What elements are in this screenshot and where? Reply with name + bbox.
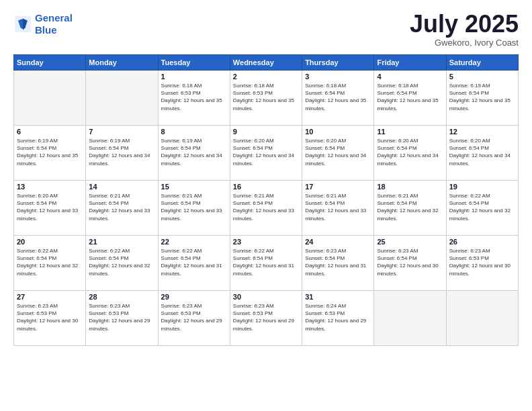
calendar-week-row: 6Sunrise: 6:19 AMSunset: 6:54 PMDaylight… (14, 126, 519, 181)
cell-info: Sunrise: 6:21 AMSunset: 6:54 PMDaylight:… (161, 192, 227, 222)
calendar-week-row: 1Sunrise: 6:18 AMSunset: 6:53 PMDaylight… (14, 71, 519, 126)
day-of-week-header: Tuesday (158, 55, 230, 71)
day-number: 5 (449, 73, 515, 81)
logo: General Blue (13, 12, 73, 36)
day-number: 12 (449, 128, 515, 136)
calendar-cell: 9Sunrise: 6:20 AMSunset: 6:54 PMDaylight… (230, 126, 302, 181)
day-number: 29 (161, 293, 227, 301)
cell-info: Sunrise: 6:23 AMSunset: 6:53 PMDaylight:… (17, 302, 83, 332)
cell-info: Sunrise: 6:20 AMSunset: 6:54 PMDaylight:… (233, 137, 299, 167)
day-number: 15 (161, 183, 227, 191)
calendar-cell: 24Sunrise: 6:23 AMSunset: 6:54 PMDayligh… (302, 236, 374, 291)
cell-info: Sunrise: 6:19 AMSunset: 6:54 PMDaylight:… (17, 137, 83, 167)
day-of-week-header: Saturday (446, 55, 518, 71)
calendar-cell: 3Sunrise: 6:18 AMSunset: 6:54 PMDaylight… (302, 71, 374, 126)
cell-info: Sunrise: 6:18 AMSunset: 6:54 PMDaylight:… (305, 82, 371, 112)
cell-info: Sunrise: 6:21 AMSunset: 6:54 PMDaylight:… (89, 192, 154, 222)
calendar-cell: 18Sunrise: 6:21 AMSunset: 6:54 PMDayligh… (374, 181, 446, 236)
calendar-cell: 2Sunrise: 6:18 AMSunset: 6:53 PMDaylight… (230, 71, 302, 126)
calendar-cell: 12Sunrise: 6:20 AMSunset: 6:54 PMDayligh… (446, 126, 518, 181)
day-number: 1 (161, 73, 227, 81)
day-number: 2 (233, 73, 299, 81)
calendar-cell: 5Sunrise: 6:19 AMSunset: 6:54 PMDaylight… (446, 71, 518, 126)
day-number: 20 (17, 238, 83, 246)
cell-info: Sunrise: 6:20 AMSunset: 6:54 PMDaylight:… (449, 137, 515, 167)
cell-info: Sunrise: 6:19 AMSunset: 6:54 PMDaylight:… (449, 82, 515, 112)
calendar-cell: 1Sunrise: 6:18 AMSunset: 6:53 PMDaylight… (158, 71, 230, 126)
cell-info: Sunrise: 6:22 AMSunset: 6:54 PMDaylight:… (233, 247, 299, 277)
cell-info: Sunrise: 6:23 AMSunset: 6:53 PMDaylight:… (161, 302, 227, 332)
cell-info: Sunrise: 6:18 AMSunset: 6:54 PMDaylight:… (377, 82, 443, 112)
day-number: 30 (233, 293, 299, 301)
cell-info: Sunrise: 6:22 AMSunset: 6:54 PMDaylight:… (17, 247, 83, 277)
day-number: 19 (449, 183, 515, 191)
cell-info: Sunrise: 6:21 AMSunset: 6:54 PMDaylight:… (305, 192, 371, 222)
cell-info: Sunrise: 6:23 AMSunset: 6:54 PMDaylight:… (305, 247, 371, 277)
day-number: 21 (89, 238, 154, 246)
calendar-cell: 17Sunrise: 6:21 AMSunset: 6:54 PMDayligh… (302, 181, 374, 236)
day-of-week-header: Wednesday (230, 55, 302, 71)
calendar-week-row: 20Sunrise: 6:22 AMSunset: 6:54 PMDayligh… (14, 236, 519, 291)
calendar-cell: 8Sunrise: 6:19 AMSunset: 6:54 PMDaylight… (158, 126, 230, 181)
calendar-cell: 4Sunrise: 6:18 AMSunset: 6:54 PMDaylight… (374, 71, 446, 126)
calendar-cell: 10Sunrise: 6:20 AMSunset: 6:54 PMDayligh… (302, 126, 374, 181)
day-of-week-header: Friday (374, 55, 446, 71)
day-number: 8 (161, 128, 227, 136)
header: General Blue July 2025 Gwekoro, Ivory Co… (13, 12, 519, 48)
calendar-cell: 25Sunrise: 6:23 AMSunset: 6:54 PMDayligh… (374, 236, 446, 291)
calendar-cell: 28Sunrise: 6:23 AMSunset: 6:53 PMDayligh… (86, 291, 158, 346)
day-number: 6 (17, 128, 83, 136)
calendar-cell: 27Sunrise: 6:23 AMSunset: 6:53 PMDayligh… (14, 291, 86, 346)
logo-icon (13, 15, 32, 34)
calendar-cell (446, 291, 518, 346)
calendar-cell (86, 71, 158, 126)
calendar-cell: 15Sunrise: 6:21 AMSunset: 6:54 PMDayligh… (158, 181, 230, 236)
day-number: 31 (305, 293, 371, 301)
day-number: 17 (305, 183, 371, 191)
cell-info: Sunrise: 6:21 AMSunset: 6:54 PMDaylight:… (233, 192, 299, 222)
cell-info: Sunrise: 6:22 AMSunset: 6:54 PMDaylight:… (89, 247, 154, 277)
day-number: 9 (233, 128, 299, 136)
day-of-week-header: Monday (86, 55, 158, 71)
day-number: 4 (377, 73, 443, 81)
day-number: 22 (161, 238, 227, 246)
day-number: 18 (377, 183, 443, 191)
calendar-cell: 29Sunrise: 6:23 AMSunset: 6:53 PMDayligh… (158, 291, 230, 346)
day-number: 25 (377, 238, 443, 246)
calendar-cell: 13Sunrise: 6:20 AMSunset: 6:54 PMDayligh… (14, 181, 86, 236)
title-block: July 2025 Gwekoro, Ivory Coast (410, 12, 519, 48)
day-number: 14 (89, 183, 154, 191)
calendar-cell (14, 71, 86, 126)
calendar-header-row: SundayMondayTuesdayWednesdayThursdayFrid… (14, 55, 519, 71)
cell-info: Sunrise: 6:21 AMSunset: 6:54 PMDaylight:… (377, 192, 443, 222)
cell-info: Sunrise: 6:18 AMSunset: 6:53 PMDaylight:… (233, 82, 299, 112)
day-number: 11 (377, 128, 443, 136)
cell-info: Sunrise: 6:24 AMSunset: 6:53 PMDaylight:… (305, 302, 371, 332)
cell-info: Sunrise: 6:23 AMSunset: 6:54 PMDaylight:… (377, 247, 443, 277)
day-number: 13 (17, 183, 83, 191)
calendar-cell: 6Sunrise: 6:19 AMSunset: 6:54 PMDaylight… (14, 126, 86, 181)
cell-info: Sunrise: 6:22 AMSunset: 6:54 PMDaylight:… (449, 192, 515, 222)
day-number: 28 (89, 293, 154, 301)
calendar-cell (374, 291, 446, 346)
day-number: 16 (233, 183, 299, 191)
logo-text: General Blue (35, 12, 73, 36)
day-of-week-header: Sunday (14, 55, 86, 71)
calendar-cell: 30Sunrise: 6:23 AMSunset: 6:53 PMDayligh… (230, 291, 302, 346)
cell-info: Sunrise: 6:23 AMSunset: 6:53 PMDaylight:… (233, 302, 299, 332)
cell-info: Sunrise: 6:23 AMSunset: 6:53 PMDaylight:… (449, 247, 515, 277)
calendar-week-row: 27Sunrise: 6:23 AMSunset: 6:53 PMDayligh… (14, 291, 519, 346)
calendar-cell: 16Sunrise: 6:21 AMSunset: 6:54 PMDayligh… (230, 181, 302, 236)
day-number: 24 (305, 238, 371, 246)
calendar-cell: 20Sunrise: 6:22 AMSunset: 6:54 PMDayligh… (14, 236, 86, 291)
cell-info: Sunrise: 6:20 AMSunset: 6:54 PMDaylight:… (377, 137, 443, 167)
day-number: 10 (305, 128, 371, 136)
calendar-cell: 23Sunrise: 6:22 AMSunset: 6:54 PMDayligh… (230, 236, 302, 291)
day-number: 27 (17, 293, 83, 301)
cell-info: Sunrise: 6:20 AMSunset: 6:54 PMDaylight:… (305, 137, 371, 167)
calendar-cell: 11Sunrise: 6:20 AMSunset: 6:54 PMDayligh… (374, 126, 446, 181)
calendar-table: SundayMondayTuesdayWednesdayThursdayFrid… (13, 54, 519, 346)
location-subtitle: Gwekoro, Ivory Coast (410, 38, 519, 48)
calendar-cell: 19Sunrise: 6:22 AMSunset: 6:54 PMDayligh… (446, 181, 518, 236)
calendar-cell: 7Sunrise: 6:19 AMSunset: 6:54 PMDaylight… (86, 126, 158, 181)
